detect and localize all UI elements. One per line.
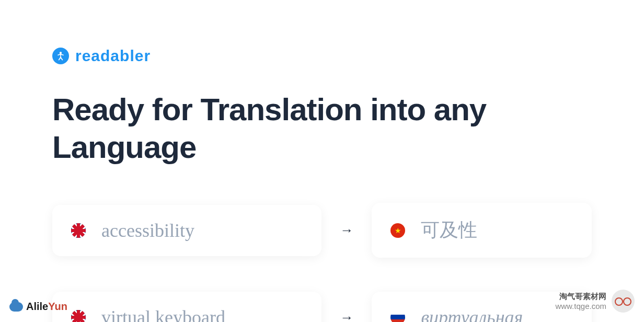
brand-row: readabler [52, 47, 592, 65]
translation-row: virtual keyboard → виртуальная [52, 292, 592, 322]
watermark-left-text: AlileYun [26, 301, 67, 313]
target-card[interactable]: 可及性 [372, 203, 592, 258]
flag-ru-icon [390, 310, 405, 322]
target-text: виртуальная [421, 306, 523, 322]
target-text: 可及性 [421, 217, 477, 243]
flag-uk-icon [71, 223, 86, 238]
source-card[interactable]: virtual keyboard [52, 292, 321, 322]
svg-point-0 [60, 52, 62, 54]
translation-row: accessibility → 可及性 [52, 203, 592, 258]
source-card[interactable]: accessibility [52, 205, 321, 256]
arrow-icon: → [340, 222, 353, 238]
source-text: virtual keyboard [101, 306, 225, 322]
page-heading: Ready for Translation into any Language [52, 91, 592, 166]
flag-uk-icon [71, 310, 86, 322]
watermark-right: 淘气哥素材网 www.tqge.com [555, 290, 635, 313]
translation-list: accessibility → 可及性 virtual keyboard → в… [52, 203, 592, 322]
source-text: accessibility [101, 220, 194, 242]
cloud-icon [9, 302, 23, 312]
watermark-right-text: 淘气哥素材网 www.tqge.com [555, 291, 606, 312]
avatar-icon [612, 290, 635, 313]
arrow-icon: → [340, 309, 353, 323]
flag-cn-icon [390, 223, 405, 238]
main-container: readabler Ready for Translation into any… [0, 0, 644, 322]
watermark-left: AlileYun [9, 301, 67, 313]
glasses-icon [615, 297, 631, 305]
accessibility-icon [52, 48, 69, 64]
brand-name: readabler [75, 47, 151, 65]
